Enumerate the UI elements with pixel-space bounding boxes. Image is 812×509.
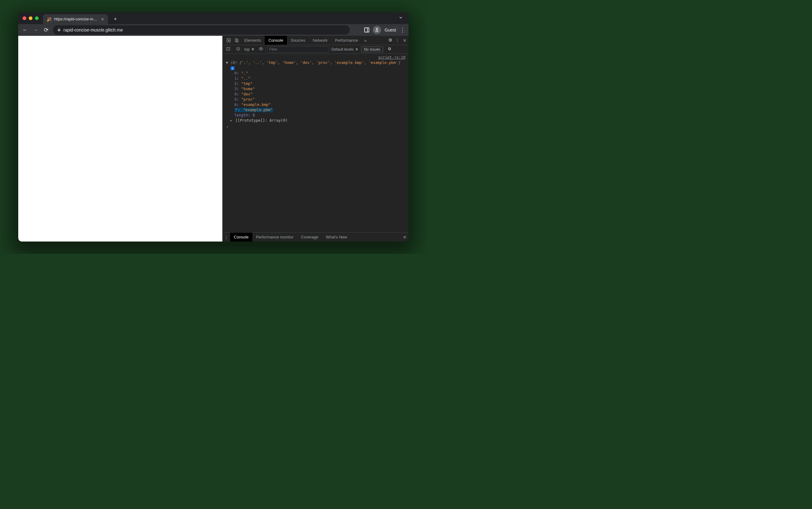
issues-button[interactable]: No Issues — [361, 47, 383, 52]
array-entry: 2: "tmp" — [235, 81, 408, 87]
url-text: rapid-concise-muscle.glitch.me — [63, 28, 123, 32]
devtools-settings-icon[interactable] — [386, 38, 394, 43]
tab-close-icon[interactable]: ✕ — [101, 17, 104, 22]
live-expression-icon[interactable] — [257, 47, 265, 52]
array-entry: 0: "." — [235, 71, 408, 76]
browser-window: 🎉 https://rapid-concise-muscle.g ✕ ＋ ← →… — [18, 12, 408, 241]
svg-rect-1 — [235, 39, 237, 42]
array-entry: 7: "example.pbm" — [235, 107, 408, 113]
svg-line-5 — [237, 48, 239, 50]
drawer-tab-coverage[interactable]: Coverage — [297, 233, 322, 241]
array-length-row: length: 8 — [235, 113, 408, 118]
profile-label[interactable]: Guest — [385, 28, 396, 32]
tab-network[interactable]: Network — [309, 36, 332, 45]
devtools-close-icon[interactable]: ✕ — [401, 38, 408, 43]
more-tabs-icon[interactable]: » — [362, 38, 369, 43]
device-toolbar-icon[interactable] — [232, 38, 241, 43]
content-area: Elements Console Sources Network Perform… — [18, 36, 408, 241]
array-summary: (8) ['.', '..', 'tmp', 'home', 'dev', 'p… — [230, 60, 400, 66]
chevron-down-icon: ▼ — [355, 47, 359, 52]
close-window-button[interactable] — [23, 16, 26, 20]
lock-icon — [57, 28, 61, 32]
reload-button[interactable]: ⟳ — [42, 27, 50, 33]
console-settings-icon[interactable] — [385, 47, 393, 52]
console-toolbar: top ▼ Default levels ▼ No Issues — [223, 45, 408, 54]
expand-toggle-icon[interactable]: ▼ — [225, 60, 229, 66]
array-entry: 5: "proc" — [235, 97, 408, 102]
tab-title: https://rapid-concise-muscle.g — [54, 17, 98, 21]
browser-toolbar: ← → ⟳ rapid-concise-muscle.glitch.me Gue… — [18, 24, 408, 36]
array-entry: 3: "home" — [235, 87, 408, 92]
source-link[interactable]: script.js:10 — [225, 55, 408, 60]
devtools-tab-bar: Elements Console Sources Network Perform… — [223, 36, 408, 45]
console-prompt-icon[interactable]: › — [226, 125, 408, 130]
drawer-close-icon[interactable]: ✕ — [401, 235, 408, 240]
execution-context-selector[interactable]: top ▼ — [244, 47, 255, 52]
drawer-tab-perf-monitor[interactable]: Performance monitor — [252, 233, 297, 241]
tab-search-icon[interactable] — [399, 15, 403, 21]
chevron-down-icon: ▼ — [251, 47, 254, 52]
devtools-drawer: ⋮ Console Performance monitor Coverage W… — [223, 232, 408, 241]
devtools-panel: Elements Console Sources Network Perform… — [222, 36, 408, 241]
svg-point-6 — [260, 48, 261, 49]
tab-strip: 🎉 https://rapid-concise-muscle.g ✕ ＋ — [18, 12, 408, 24]
clear-console-icon[interactable] — [235, 47, 242, 52]
drawer-tab-console[interactable]: Console — [230, 233, 252, 241]
new-tab-button[interactable]: ＋ — [111, 14, 120, 23]
array-entries: 0: "."1: ".."2: "tmp"3: "home"4: "dev"5:… — [235, 71, 408, 113]
tab-elements[interactable]: Elements — [241, 36, 265, 45]
console-output[interactable]: script.js:10 ▼ (8) ['.', '..', 'tmp', 'h… — [223, 54, 408, 232]
tab-sources[interactable]: Sources — [287, 36, 309, 45]
prototype-row[interactable]: ▸ [[[Prototype]][Prototype]]: Array(0) — [235, 118, 408, 123]
tab-performance[interactable]: Performance — [331, 36, 362, 45]
browser-menu-icon[interactable]: ⋮ — [400, 27, 405, 33]
log-levels-selector[interactable]: Default levels ▼ — [332, 47, 359, 52]
devtools-menu-icon[interactable]: ⋮ — [394, 38, 401, 43]
window-controls — [23, 16, 39, 20]
address-bar[interactable]: rapid-concise-muscle.glitch.me — [53, 25, 350, 35]
drawer-tab-whats-new[interactable]: What's New — [322, 233, 351, 241]
console-filter-input[interactable] — [267, 46, 329, 53]
tab-favicon-icon: 🎉 — [47, 17, 52, 22]
browser-tab[interactable]: 🎉 https://rapid-concise-muscle.g ✕ — [43, 14, 108, 24]
context-label: top — [244, 47, 250, 52]
info-badge-icon[interactable]: i — [231, 66, 235, 70]
array-entry: 4: "dev" — [235, 92, 408, 97]
side-panel-icon[interactable] — [364, 28, 369, 32]
drawer-menu-icon[interactable]: ⋮ — [223, 235, 230, 240]
array-entry: 6: "example.bmp" — [235, 102, 408, 107]
levels-label: Default levels — [332, 47, 354, 52]
back-button[interactable]: ← — [21, 27, 29, 33]
tab-console[interactable]: Console — [265, 36, 287, 45]
rendered-page[interactable] — [18, 36, 222, 241]
forward-button[interactable]: → — [32, 27, 39, 33]
log-row[interactable]: ▼ (8) ['.', '..', 'tmp', 'home', 'dev', … — [225, 60, 408, 66]
minimize-window-button[interactable] — [29, 16, 32, 20]
array-entry: 1: ".." — [235, 76, 408, 81]
inspect-element-icon[interactable] — [224, 38, 232, 43]
toggle-sidebar-icon[interactable] — [224, 47, 232, 52]
maximize-window-button[interactable] — [35, 16, 39, 20]
profile-avatar-icon[interactable] — [373, 26, 381, 34]
